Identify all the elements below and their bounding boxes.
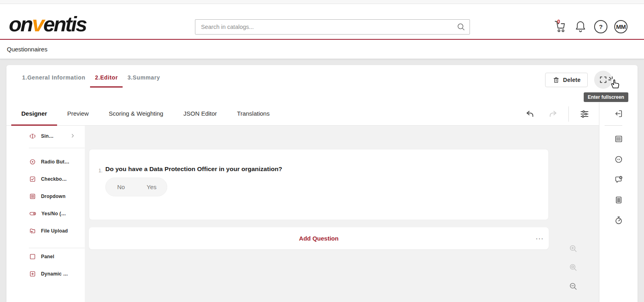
- toolbox-item-label: Dropdown: [41, 194, 66, 199]
- wizard-steps: 1.General Information 2.Editor 3.Summary: [17, 70, 165, 88]
- comment-settings-icon[interactable]: [613, 174, 624, 185]
- toolbox-item-label: Panel: [41, 254, 54, 259]
- help-button[interactable]: ?: [594, 20, 607, 33]
- logo-text-entis: entis: [43, 12, 86, 36]
- toolbox-item-label: Dynamic …: [41, 271, 68, 277]
- undo-icon[interactable]: [522, 102, 538, 126]
- form-settings-icon[interactable]: [613, 133, 624, 145]
- fullscreen-icon: [599, 76, 607, 84]
- boolean-toggle: No Yes: [105, 178, 167, 196]
- fullscreen-tooltip: Enter fullscreen: [584, 92, 628, 102]
- editor-tab-bar: Designer Preview Scoring & Weighting JSO…: [6, 102, 599, 126]
- single-line-input-icon: [29, 133, 36, 140]
- boolean-option-no[interactable]: No: [106, 184, 136, 190]
- add-question-label: Add Question: [299, 235, 338, 242]
- property-sidebar: [599, 102, 638, 302]
- toolbox-panel: Sin… Radio But… Checkbo…: [6, 126, 85, 302]
- file-upload-icon: [29, 227, 36, 235]
- add-question-button[interactable]: Add Question: [89, 227, 549, 249]
- onventis-logo[interactable]: onventis: [9, 10, 86, 37]
- tab-translations[interactable]: Translations: [227, 102, 280, 126]
- step-general-information[interactable]: 1.General Information: [17, 70, 90, 88]
- logo-checkmark-v: v: [32, 11, 43, 36]
- browser-edge-strip: [0, 0, 644, 4]
- toolbox-item-label: File Upload: [41, 228, 68, 234]
- app-window: onventis 0 ? MM Questionnaires: [0, 0, 644, 302]
- question-card[interactable]: 1. Do you have a Data Protection Officer…: [89, 149, 549, 220]
- question-title: Do you have a Data Protection Officer in…: [105, 165, 282, 173]
- toolbox-item-label: Checkbo…: [41, 176, 67, 182]
- toolbox-item-dropdown[interactable]: Dropdown: [29, 191, 66, 202]
- avatar-initials: MM: [616, 23, 626, 30]
- fullscreen-button[interactable]: [594, 71, 612, 89]
- toolbar-divider: [568, 106, 569, 122]
- document-lines-icon[interactable]: [613, 194, 624, 206]
- toolbox-item-panel[interactable]: Panel: [29, 251, 54, 262]
- media-options-icon[interactable]: [613, 154, 624, 165]
- toolbox-item-dynamic-panel[interactable]: Dynamic …: [29, 269, 68, 279]
- tab-json-editor[interactable]: JSON Editor: [173, 102, 227, 126]
- toggle-switch-icon: [29, 210, 37, 217]
- panel-icon: [29, 253, 36, 260]
- tab-preview[interactable]: Preview: [57, 102, 98, 126]
- toolbox-item-label: Radio But…: [41, 159, 70, 165]
- toolbox-item-yes-no[interactable]: Yes/No (…: [29, 208, 66, 219]
- toolbox-item-label: Sin…: [41, 133, 53, 139]
- add-question-more-menu[interactable]: ⋯: [531, 227, 549, 249]
- question-number: 1.: [98, 168, 103, 173]
- dynamic-panel-icon: [29, 270, 36, 278]
- ellipsis-icon: ⋯: [535, 234, 544, 243]
- cart-count-badge: 0: [557, 18, 560, 24]
- tab-scoring-weighting[interactable]: Scoring & Weighting: [99, 102, 174, 126]
- user-avatar[interactable]: MM: [614, 20, 628, 33]
- collapse-panel-icon[interactable]: [613, 108, 624, 119]
- toolbox-item-radio-button[interactable]: Radio But…: [29, 157, 70, 167]
- toolbox-item-single-line-input[interactable]: Sin…: [29, 131, 53, 141]
- trash-icon: [552, 76, 560, 84]
- zoom-out-icon[interactable]: [568, 282, 578, 291]
- app-header: onventis 0 ? MM: [0, 4, 644, 39]
- chevron-right-icon[interactable]: [70, 133, 76, 139]
- settings-sliders-icon[interactable]: [576, 102, 593, 126]
- redo-icon[interactable]: [545, 102, 561, 126]
- timer-icon[interactable]: [613, 215, 624, 226]
- catalog-search: [195, 19, 470, 35]
- dropdown-icon: [29, 193, 36, 200]
- toolbox-divider: [29, 148, 85, 148]
- zoom-reset-icon[interactable]: [568, 263, 578, 272]
- designer-canvas: 1. Do you have a Data Protection Officer…: [85, 126, 599, 302]
- step-editor[interactable]: 2.Editor: [90, 70, 123, 88]
- sidebar-divider: [605, 125, 622, 126]
- search-icon[interactable]: [456, 22, 466, 32]
- zoom-in-icon[interactable]: [568, 244, 578, 253]
- tab-designer[interactable]: Designer: [11, 102, 57, 126]
- toolbox-item-label: Yes/No (…: [41, 211, 66, 216]
- toolbox-item-file-upload[interactable]: File Upload: [29, 226, 68, 236]
- questionnaire-editor-card: 1.General Information 2.Editor 3.Summary…: [6, 65, 638, 302]
- toolbox-item-checkbox[interactable]: Checkbo…: [29, 174, 67, 184]
- cart-icon[interactable]: [553, 20, 568, 34]
- breadcrumb[interactable]: Questionnaires: [7, 46, 47, 53]
- breadcrumb-bar: Questionnaires: [0, 40, 644, 59]
- notifications-bell-icon[interactable]: [574, 20, 587, 34]
- search-input[interactable]: [195, 19, 470, 35]
- radio-button-icon: [29, 158, 36, 165]
- step-summary[interactable]: 3.Summary: [123, 70, 165, 88]
- delete-button-label: Delete: [563, 77, 581, 83]
- checkbox-icon: [29, 175, 36, 183]
- toolbox-divider: [29, 248, 85, 248]
- help-question-mark: ?: [599, 23, 603, 30]
- logo-text-on: on: [9, 12, 32, 36]
- boolean-option-yes[interactable]: Yes: [136, 184, 167, 190]
- delete-button[interactable]: Delete: [545, 73, 588, 87]
